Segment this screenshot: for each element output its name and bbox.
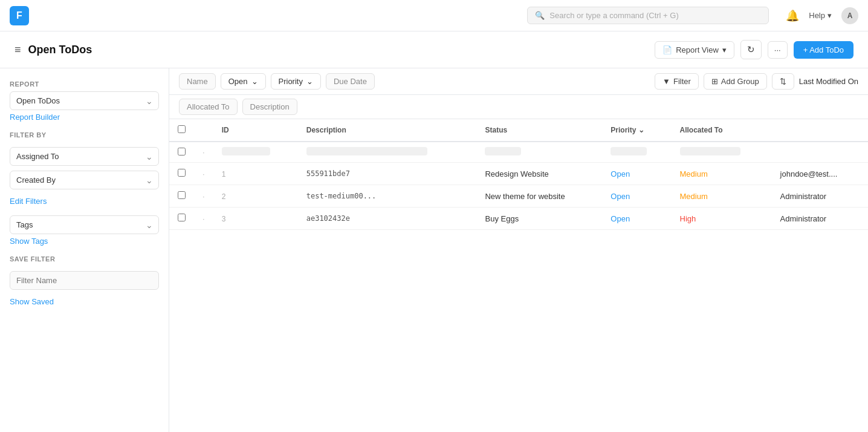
row-1-num: 1: [213, 163, 298, 185]
edit-filters-link[interactable]: Edit Filters: [10, 197, 159, 206]
save-filter-section: Save Filter Show Saved: [10, 255, 159, 306]
tags-select[interactable]: Tags: [10, 215, 159, 234]
row-2-description: New theme for website: [476, 185, 602, 208]
page-title: Open ToDos: [28, 44, 92, 56]
tags-select-wrapper: Tags: [10, 215, 159, 234]
avatar[interactable]: A: [841, 7, 858, 24]
report-view-button[interactable]: 📄 Report View ▾: [655, 41, 734, 59]
row-1-priority: Medium: [672, 163, 772, 185]
created-by-select-wrapper: Created By Assigned To Priority: [10, 171, 159, 189]
created-by-select[interactable]: Created By Assigned To Priority: [10, 171, 159, 189]
header-description: Description: [298, 119, 477, 142]
report-icon: 📄: [662, 45, 672, 54]
table-row: · 1 555911bde7 Redesign Website Open Med…: [169, 163, 868, 185]
table-row: · 3 ae3102432e Buy Eggs Open High Admini…: [169, 208, 868, 230]
chevron-down-icon: ⌄: [306, 77, 313, 86]
row-3-priority: High: [672, 208, 772, 230]
assigned-to-select-wrapper: Assigned To Created By Priority Status: [10, 147, 159, 166]
sort-indicator-icon: ⌄: [638, 126, 644, 134]
select-all-checkbox[interactable]: [178, 125, 186, 133]
filter-icon: ▼: [662, 77, 670, 86]
header-actions: 📄 Report View ▾ ↻ ··· + Add ToDo: [655, 40, 853, 59]
row-2-priority: Medium: [672, 185, 772, 208]
sort-icon: ⇅: [780, 77, 786, 86]
add-group-button[interactable]: ⊞ Add Group: [704, 73, 767, 90]
page-header: ≡ Open ToDos 📄 Report View ▾ ↻ ··· + Add…: [0, 31, 868, 68]
row-1-checkbox[interactable]: [178, 169, 186, 177]
notification-bell-icon[interactable]: 🔔: [786, 9, 799, 22]
assigned-to-select[interactable]: Assigned To Created By Priority Status: [10, 147, 159, 166]
sort-button[interactable]: ⇅: [772, 73, 794, 90]
chevron-down-icon: ⌄: [251, 77, 258, 86]
filter-name-input[interactable]: [10, 271, 159, 290]
table-row: · 2 test-medium00... New theme for websi…: [169, 185, 868, 208]
priority-filter-tag[interactable]: Priority ⌄: [271, 73, 321, 90]
due-date-filter-tag: Due Date: [326, 73, 375, 90]
row-checkbox[interactable]: [178, 148, 186, 155]
row-2-num: 2: [213, 185, 298, 208]
row-2-allocated-to: Administrator: [772, 185, 868, 208]
description-filter-tag: Description: [242, 99, 297, 115]
row-1-description: Redesign Website: [476, 163, 602, 185]
row-1-id: 555911bde7: [298, 163, 477, 185]
row-2-checkbox[interactable]: [178, 191, 186, 199]
show-tags-link[interactable]: Show Tags: [10, 237, 159, 246]
sidebar: Report Open ToDos Report Builder Filter …: [0, 68, 169, 432]
more-options-button[interactable]: ···: [768, 41, 788, 59]
report-section: Report Open ToDos Report Builder: [10, 80, 159, 122]
report-builder-link[interactable]: Report Builder: [10, 113, 159, 122]
tags-section: Tags Show Tags: [10, 215, 159, 246]
table-area: Name Open ⌄ Priority ⌄ Due Date ▼ Filter: [169, 68, 868, 432]
show-saved-link[interactable]: Show Saved: [10, 297, 159, 306]
help-button[interactable]: Help ▾: [809, 11, 832, 20]
row-2-id: test-medium00...: [298, 185, 477, 208]
page: ≡ Open ToDos 📄 Report View ▾ ↻ ··· + Add…: [0, 31, 868, 432]
row-2-dot: ·: [202, 192, 205, 201]
refresh-button[interactable]: ↻: [740, 40, 762, 59]
row-3-checkbox[interactable]: [178, 214, 186, 221]
filter-bar-row2: Allocated To Description: [169, 95, 868, 119]
menu-icon[interactable]: ≡: [15, 44, 21, 56]
sort-label: Last Modified On: [799, 77, 858, 86]
row-1-dot: ·: [202, 169, 205, 178]
data-table: ID Description Status Priority ⌄: [169, 119, 868, 432]
status-filter-tag[interactable]: Open ⌄: [221, 73, 266, 90]
header-id: ID: [213, 119, 298, 142]
header-allocated-to: Allocated To: [672, 119, 772, 142]
filter-by-label: Filter By: [10, 131, 159, 139]
header-status: Status: [476, 119, 602, 142]
header-checkbox[interactable]: [169, 119, 194, 142]
add-todo-button[interactable]: + Add ToDo: [794, 41, 853, 59]
report-label: Report: [10, 80, 159, 88]
topbar: F 🔍 Search or type a command (Ctrl + G) …: [0, 0, 868, 31]
header-priority[interactable]: Priority ⌄: [602, 119, 671, 142]
row-3-allocated-to: Administrator: [772, 208, 868, 230]
row-3-description: Buy Eggs: [476, 208, 602, 230]
row-3-status: Open: [602, 208, 671, 230]
row-1-allocated-to: johndoe@test....: [772, 163, 868, 185]
row-3-num: 3: [213, 208, 298, 230]
report-select[interactable]: Open ToDos: [10, 91, 159, 110]
table-header-row: ID Description Status Priority ⌄: [169, 119, 868, 142]
filter-bar: Name Open ⌄ Priority ⌄ Due Date ▼ Filter: [169, 68, 868, 95]
name-filter-tag: Name: [179, 73, 216, 90]
report-select-wrapper: Open ToDos: [10, 91, 159, 110]
group-icon: ⊞: [711, 77, 718, 86]
search-icon: 🔍: [535, 11, 545, 20]
row-1-status: Open: [602, 163, 671, 185]
chevron-down-icon: ▾: [722, 45, 727, 54]
todos-table: ID Description Status Priority ⌄: [169, 119, 868, 230]
app-logo[interactable]: F: [10, 6, 29, 25]
filter-button[interactable]: ▼ Filter: [655, 73, 699, 90]
chevron-down-icon: ▾: [828, 11, 832, 20]
main: Report Open ToDos Report Builder Filter …: [0, 68, 868, 432]
skeleton-row: ·: [169, 142, 868, 163]
filter-actions: ▼ Filter ⊞ Add Group ⇅ Last Modified On: [655, 73, 858, 90]
topbar-right: 🔔 Help ▾ A: [786, 7, 858, 24]
header-dot: [194, 119, 213, 142]
search-bar[interactable]: 🔍 Search or type a command (Ctrl + G): [527, 7, 769, 24]
save-filter-label: Save Filter: [10, 255, 159, 263]
row-2-status: Open: [602, 185, 671, 208]
filter-by-section: Filter By Assigned To Created By Priorit…: [10, 131, 159, 206]
allocated-to-filter-tag: Allocated To: [179, 99, 238, 115]
